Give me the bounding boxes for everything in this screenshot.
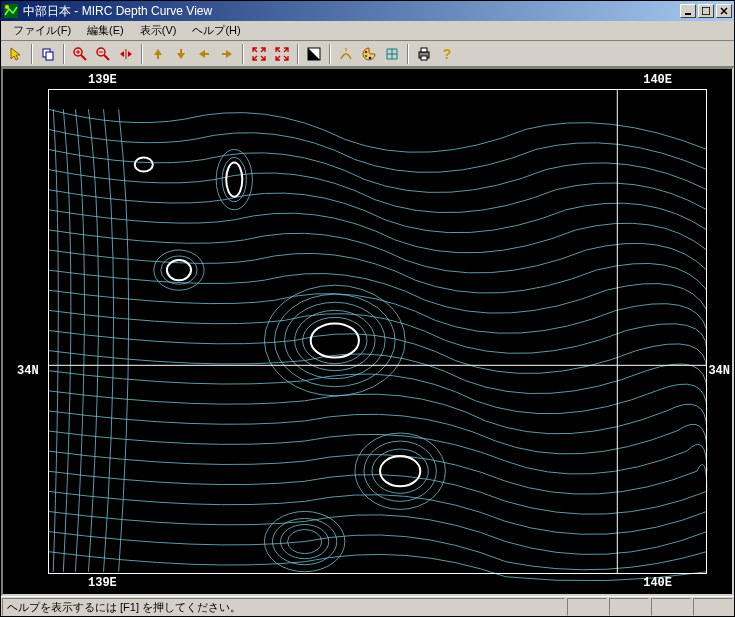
svg-point-1	[5, 5, 9, 9]
svg-text:?: ?	[443, 46, 452, 62]
separator	[329, 44, 331, 64]
separator	[63, 44, 65, 64]
zoom-in-button[interactable]	[69, 43, 91, 65]
svg-point-18	[369, 56, 372, 59]
maximize-button[interactable]	[698, 4, 714, 18]
grid-button[interactable]	[381, 43, 403, 65]
app-icon	[3, 3, 19, 19]
copy-button[interactable]	[37, 43, 59, 65]
menubar: ファイル(F) 編集(E) 表示(V) ヘルプ(H)	[1, 21, 734, 41]
palette-button[interactable]	[358, 43, 380, 65]
menu-view[interactable]: 表示(V)	[132, 21, 185, 40]
app-window: 中部日本 - MIRC Depth Curve View ファイル(F) 編集(…	[0, 0, 735, 617]
status-cell-1	[567, 598, 607, 616]
axis-right-lat: 34N	[708, 364, 730, 378]
map-frame	[48, 89, 707, 574]
menu-help[interactable]: ヘルプ(H)	[184, 21, 248, 40]
titlebar: 中部日本 - MIRC Depth Curve View	[1, 1, 734, 21]
axis-left-lat: 34N	[17, 364, 39, 378]
zoom-out-button[interactable]	[92, 43, 114, 65]
status-cell-4	[693, 598, 733, 616]
contrast-button[interactable]	[303, 43, 325, 65]
separator	[242, 44, 244, 64]
status-text: ヘルプを表示するには [F1] を押してください。	[2, 598, 565, 616]
pan-down-button[interactable]	[170, 43, 192, 65]
axis-top-right-lon: 140E	[643, 73, 672, 87]
menu-file[interactable]: ファイル(F)	[5, 21, 79, 40]
separator	[407, 44, 409, 64]
svg-line-7	[81, 55, 86, 60]
pan-left-button[interactable]	[193, 43, 215, 65]
svg-line-11	[104, 55, 109, 60]
status-cell-3	[651, 598, 691, 616]
help-button[interactable]: ?	[436, 43, 458, 65]
measure-button[interactable]	[335, 43, 357, 65]
axis-bottom-right-lon: 140E	[643, 576, 672, 590]
svg-rect-2	[685, 13, 691, 15]
svg-rect-21	[421, 56, 427, 60]
svg-rect-20	[421, 48, 427, 52]
fit-button[interactable]	[115, 43, 137, 65]
close-button[interactable]	[716, 4, 732, 18]
pan-right-button[interactable]	[216, 43, 238, 65]
svg-rect-5	[46, 52, 53, 60]
separator	[297, 44, 299, 64]
axis-bottom-left-lon: 139E	[88, 576, 117, 590]
window-title: 中部日本 - MIRC Depth Curve View	[23, 3, 680, 20]
pan-up-button[interactable]	[147, 43, 169, 65]
svg-rect-3	[702, 7, 710, 15]
separator	[31, 44, 33, 64]
status-cell-2	[609, 598, 649, 616]
expand-button[interactable]	[271, 43, 293, 65]
minimize-button[interactable]	[680, 4, 696, 18]
svg-point-17	[365, 54, 368, 57]
map-viewport[interactable]: 139E 140E 139E 140E 34N 34N	[1, 67, 734, 596]
menu-edit[interactable]: 編集(E)	[79, 21, 132, 40]
axis-top-left-lon: 139E	[88, 73, 117, 87]
system-buttons	[680, 4, 732, 18]
toolbar: ?	[1, 41, 734, 67]
print-button[interactable]	[413, 43, 435, 65]
statusbar: ヘルプを表示するには [F1] を押してください。	[1, 596, 734, 616]
separator	[141, 44, 143, 64]
shrink-button[interactable]	[248, 43, 270, 65]
map-gridlines	[49, 90, 706, 573]
svg-point-16	[365, 50, 368, 53]
pointer-button[interactable]	[5, 43, 27, 65]
